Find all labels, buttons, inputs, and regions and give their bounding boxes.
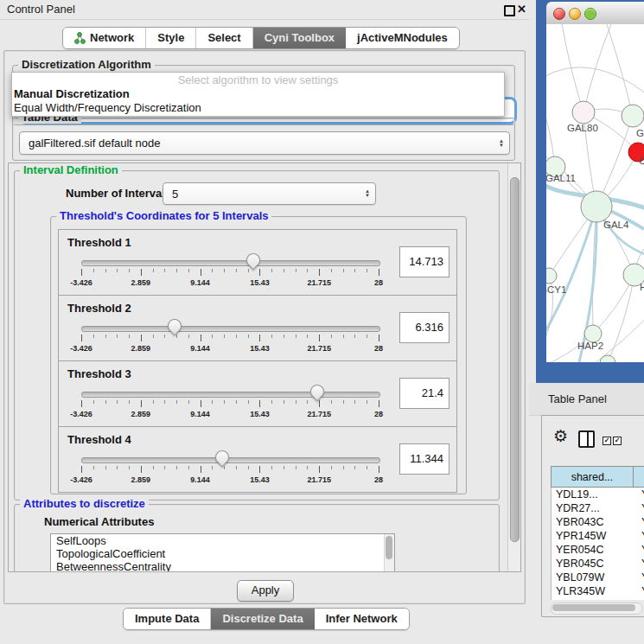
attribute-list-item[interactable]: SelfLoops <box>51 534 394 547</box>
table-row[interactable]: YDR27...YDR2 <box>552 501 644 515</box>
table-cell: YIL052C <box>552 598 637 600</box>
table-row[interactable]: YER054CYER0 <box>552 543 644 557</box>
tab-style[interactable]: Style <box>146 28 196 48</box>
column-header[interactable]: shared... <box>551 466 634 488</box>
numerical-attributes-list[interactable]: SelfLoopsTopologicalCoefficientBetweenne… <box>50 533 395 572</box>
slider-tick <box>331 400 332 404</box>
minimize-traffic-light-icon[interactable] <box>569 8 581 20</box>
table-row[interactable]: YDL19...YDL1 <box>552 488 644 501</box>
slider-track[interactable] <box>81 457 380 463</box>
network-edge[interactable] <box>562 24 583 112</box>
slider-tick <box>248 269 249 272</box>
network-node-hap2[interactable] <box>584 325 602 342</box>
slider-thumb[interactable] <box>244 251 264 271</box>
slider-tick <box>259 335 260 341</box>
vertical-scrollbar[interactable] <box>507 163 520 571</box>
threshold-value: 11.344 <box>410 444 443 474</box>
slider-tick <box>367 400 367 404</box>
slider-tick <box>212 466 213 469</box>
slider-tick <box>248 466 249 469</box>
table-data-combo[interactable]: galFiltered.sif default node ▲▼ <box>19 131 510 155</box>
table-row[interactable]: YIL052CYIL0 <box>552 598 644 600</box>
threshold-value-field[interactable]: 14.713 <box>399 246 450 277</box>
network-node-gal80[interactable] <box>572 101 595 124</box>
network-node[interactable] <box>622 105 644 127</box>
slider-thumb[interactable] <box>307 382 327 402</box>
table-cell: YIL0 <box>637 598 644 600</box>
network-node[interactable] <box>600 355 615 362</box>
tab-network[interactable]: Network <box>63 28 146 48</box>
table-row[interactable]: YBR045CYBR0 <box>552 557 644 571</box>
slider-tick <box>93 335 94 338</box>
network-edge[interactable] <box>608 275 634 362</box>
table-row[interactable]: YBR043CYBR0 <box>552 515 644 529</box>
slider-tick <box>224 269 225 272</box>
scrollbar-thumb[interactable] <box>510 177 520 542</box>
slider-tick <box>81 400 82 407</box>
tab-select[interactable]: Select <box>196 28 252 48</box>
network-canvas[interactable]: GAL80GACGAL11GAL4GCY1HHAP2 <box>546 24 644 362</box>
slider-tick <box>117 269 118 272</box>
tab-impute-data[interactable]: Impute Data <box>124 609 211 629</box>
slider-tick <box>354 400 355 404</box>
slider-track[interactable] <box>81 326 380 332</box>
node-table: shared...na YDL19...YDL1YDR27...YDR2YBR0… <box>551 466 644 600</box>
tab-infer-network[interactable]: Infer Network <box>315 609 409 629</box>
slider-track[interactable] <box>81 392 380 398</box>
slider-tick <box>307 335 308 338</box>
attribute-list-item[interactable]: TopologicalCoefficient <box>51 547 394 560</box>
threshold-value-field[interactable]: 21.4 <box>399 378 450 409</box>
slider-tick <box>259 400 260 407</box>
tab-cyni-toolbox[interactable]: Cyni Toolbox <box>253 28 346 48</box>
slider-tick <box>164 335 165 338</box>
tab-discretize-data[interactable]: Discretize Data <box>211 609 314 629</box>
attributes-scrollbar[interactable] <box>384 534 394 572</box>
network-window-titlebar[interactable] <box>546 2 644 25</box>
dropdown-option[interactable]: Equal Width/Frequency Discretization <box>12 101 504 115</box>
zoom-traffic-light-icon[interactable] <box>584 8 596 20</box>
close-traffic-light-icon[interactable] <box>553 8 565 20</box>
slider-tick <box>93 466 94 469</box>
algorithm-dropdown-popup: Select algorithm to view settings Manual… <box>11 72 505 117</box>
table-row[interactable]: YLR345WYLR3 <box>552 584 644 598</box>
slider-track[interactable] <box>81 260 380 266</box>
threshold-panel: Threshold 3-3.4262.8599.14415.4321.71528… <box>58 360 457 427</box>
table-horizontal-scrollbar[interactable] <box>551 603 642 615</box>
tab-jactivemnodules[interactable]: jActiveMNodules <box>346 28 459 48</box>
checkbox-checked-icon[interactable]: ✓ <box>613 437 622 445</box>
table-panel-titlebar: Table Panel <box>529 383 644 416</box>
slider-tick <box>331 269 332 272</box>
slider-tick-label: 2.859 <box>131 344 151 353</box>
threshold-value-field[interactable]: 11.344 <box>399 443 450 475</box>
dropdown-option[interactable]: Manual Discretization <box>12 87 504 101</box>
slider-tick <box>224 400 225 404</box>
table-row[interactable]: YPR145WYPR1 <box>552 529 644 543</box>
split-pane-icon[interactable] <box>578 430 595 448</box>
slider-tick <box>296 466 296 469</box>
slider-tick <box>259 466 260 473</box>
slider-tick <box>188 400 189 404</box>
control-panel-titlebar: Control Panel ✕ <box>0 0 529 20</box>
column-header[interactable]: na <box>634 466 644 488</box>
network-edge[interactable] <box>583 24 611 112</box>
thresholds-group: Threshold's Coordinates for 5 Intervals … <box>50 216 467 494</box>
float-window-icon[interactable] <box>504 5 515 16</box>
threshold-value-field[interactable]: 6.316 <box>399 312 450 343</box>
network-edge[interactable] <box>607 24 633 116</box>
slider-tick-label: -3.426 <box>70 410 92 418</box>
slider-thumb[interactable] <box>164 316 184 336</box>
table-row[interactable]: YBL079WYBL0 <box>552 571 644 584</box>
network-node-gcy1[interactable] <box>546 268 557 284</box>
table-cell: YLR345W <box>552 584 637 598</box>
checkbox-checked-icon[interactable]: ✓ <box>603 437 611 445</box>
network-edge[interactable] <box>546 67 644 95</box>
scrollbar-thumb[interactable] <box>552 604 635 611</box>
apply-button[interactable]: Apply <box>237 580 294 602</box>
gear-icon[interactable]: ⚙ <box>553 428 568 445</box>
attribute-list-item[interactable]: BetweennessCentrality <box>51 560 394 572</box>
slider-thumb[interactable] <box>212 448 232 468</box>
close-icon[interactable]: ✕ <box>517 2 526 17</box>
network-node-gal4[interactable] <box>581 191 612 222</box>
slider-tick <box>248 400 249 404</box>
number-of-intervals-combo[interactable]: 5 ▲▼ <box>163 182 376 205</box>
